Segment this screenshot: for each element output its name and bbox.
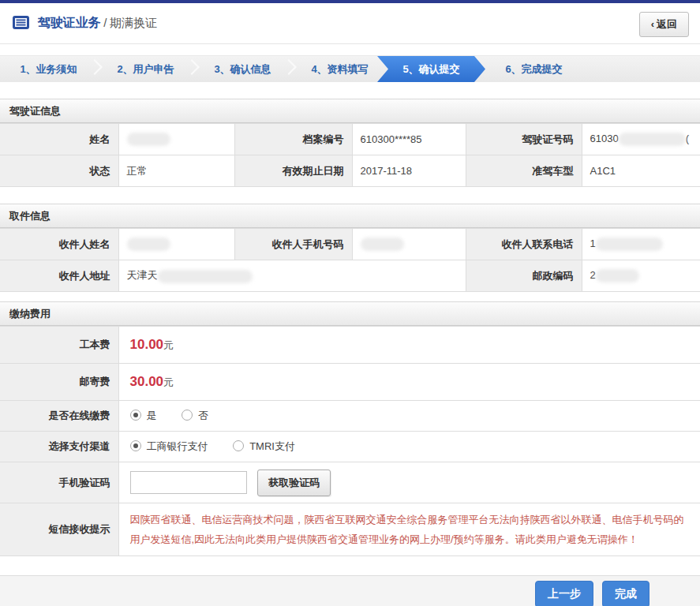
license-info-table: 姓名 档案编号 610300****85 驾驶证号码 61030( 状态 正常 … <box>0 123 700 187</box>
sms-notice-text: 因陕西省联通、电信运营商技术问题，陕西省互联网交通安全综合服务管理平台无法向持陕… <box>118 503 700 556</box>
redacted-value <box>596 269 639 282</box>
recipient-address-label: 收件人地址 <box>0 260 118 292</box>
file-number-value: 610300****85 <box>352 124 466 155</box>
radio-channel-tmri-label[interactable]: TMRI支付 <box>249 440 295 452</box>
cost-fee-amount: 10.00 <box>130 337 164 352</box>
postal-code-value: 2 <box>582 260 700 292</box>
document-list-icon <box>13 16 29 32</box>
breadcrumb-current: 期满换证 <box>110 16 157 29</box>
page-header: 驾驶证业务 / 期满换证 ‹返回 <box>0 3 700 44</box>
postal-code-prefix: 2 <box>590 269 596 281</box>
pay-channel-options: 工商银行支付 TMRI支付 <box>118 432 700 462</box>
previous-step-button[interactable]: 上一步 <box>535 581 593 606</box>
license-info-section: 驾驶证信息 姓名 档案编号 610300****85 驾驶证号码 61030( … <box>0 99 700 187</box>
redacted-value <box>596 238 663 251</box>
page-title: 驾驶证业务 <box>38 16 101 29</box>
license-section-title: 驾驶证信息 <box>0 99 700 123</box>
postage-fee-value: 30.00元 <box>118 364 700 401</box>
redacted-value <box>127 133 170 146</box>
name-label: 姓名 <box>0 124 118 155</box>
step-bar-filler <box>582 56 700 82</box>
postage-fee-label: 邮寄费 <box>0 364 118 401</box>
step-4-label: 4、资料填写 <box>311 63 368 75</box>
fees-section-title: 缴纳费用 <box>0 302 700 326</box>
step-wizard: 1、业务须知 2、用户申告 3、确认信息 4、资料填写 5、确认提交 6、完成提… <box>0 55 700 82</box>
step-6-label: 6、完成提交 <box>505 63 562 75</box>
license-number-value: 61030( <box>582 124 700 155</box>
back-arrow-icon: ‹ <box>651 18 654 30</box>
sms-code-label: 手机验证码 <box>0 462 118 503</box>
table-row: 收件人地址 天津天 邮政编码 2 <box>0 260 700 292</box>
radio-channel-icbc[interactable] <box>130 440 141 451</box>
recipient-mobile-label: 收件人手机号码 <box>234 229 352 260</box>
step-5-confirm-submit-active[interactable]: 5、确认提交 <box>377 56 485 82</box>
breadcrumb-separator: / <box>103 16 107 29</box>
sms-code-field: 获取验证码 <box>118 462 700 503</box>
redacted-value <box>361 238 404 251</box>
recipient-phone-prefix: 1 <box>590 238 596 249</box>
step-2-declaration[interactable]: 2、用户申告 <box>97 56 194 82</box>
postal-code-label: 邮政编码 <box>466 260 582 292</box>
radio-online-no[interactable] <box>182 410 193 421</box>
cost-fee-unit: 元 <box>163 339 174 351</box>
table-row: 收件人姓名 收件人手机号码 收件人联系电话 1 <box>0 229 700 260</box>
sms-notice-label: 短信接收提示 <box>0 503 118 556</box>
back-button[interactable]: ‹返回 <box>639 12 689 37</box>
recipient-phone-value: 1 <box>582 229 700 260</box>
cost-fee-label: 工本费 <box>0 327 118 364</box>
fees-section: 缴纳费用 工本费 10.00元 邮寄费 30.00元 是否在线缴费 是 否 选择… <box>0 301 700 556</box>
radio-online-yes[interactable] <box>130 410 141 421</box>
get-code-button[interactable]: 获取验证码 <box>257 469 331 496</box>
postage-fee-amount: 30.00 <box>130 374 164 389</box>
table-row: 选择支付渠道 工商银行支付 TMRI支付 <box>0 432 700 462</box>
file-number-label: 档案编号 <box>234 124 352 155</box>
table-row: 状态 正常 有效期止日期 2017-11-18 准驾车型 A1C1 <box>0 155 700 187</box>
pickup-section-title: 取件信息 <box>0 204 700 228</box>
recipient-name-value <box>118 229 234 260</box>
step-5-label: 5、确认提交 <box>402 63 459 75</box>
pay-channel-label: 选择支付渠道 <box>0 432 118 462</box>
step-3-confirm-info[interactable]: 3、确认信息 <box>194 56 291 82</box>
radio-channel-icbc-label[interactable]: 工商银行支付 <box>147 440 208 452</box>
table-row: 短信接收提示 因陕西省联通、电信运营商技术问题，陕西省互联网交通安全综合服务管理… <box>0 503 700 556</box>
table-row: 工本费 10.00元 <box>0 327 700 364</box>
status-label: 状态 <box>0 155 118 187</box>
pickup-info-section: 取件信息 收件人姓名 收件人手机号码 收件人联系电话 1 收件人地址 天津天 邮… <box>0 204 700 292</box>
step-2-label: 2、用户申告 <box>117 63 174 75</box>
table-row: 姓名 档案编号 610300****85 驾驶证号码 61030( <box>0 124 700 155</box>
recipient-phone-label: 收件人联系电话 <box>466 229 582 260</box>
online-pay-options: 是 否 <box>118 401 700 432</box>
table-row: 手机验证码 获取验证码 <box>0 462 700 503</box>
step-4-fill-data[interactable]: 4、资料填写 <box>291 56 388 82</box>
step-3-label: 3、确认信息 <box>214 63 271 75</box>
table-row: 邮寄费 30.00元 <box>0 364 700 401</box>
radio-channel-tmri[interactable] <box>233 440 244 451</box>
vehicle-class-value: A1C1 <box>582 155 700 187</box>
pickup-info-table: 收件人姓名 收件人手机号码 收件人联系电话 1 收件人地址 天津天 邮政编码 2 <box>0 228 700 292</box>
expiry-date-value: 2017-11-18 <box>352 155 466 187</box>
redacted-value <box>619 133 686 146</box>
step-1-label: 1、业务须知 <box>20 63 77 75</box>
sms-code-input[interactable] <box>130 471 247 494</box>
radio-online-no-label[interactable]: 否 <box>198 410 208 421</box>
recipient-address-prefix: 天津天 <box>127 269 158 281</box>
fees-table: 工本费 10.00元 邮寄费 30.00元 是否在线缴费 是 否 选择支付渠道 … <box>0 326 700 556</box>
status-value: 正常 <box>118 155 234 187</box>
back-button-label: 返回 <box>657 18 677 30</box>
step-1-notice[interactable]: 1、业务须知 <box>0 56 97 82</box>
license-number-label: 驾驶证号码 <box>466 124 582 155</box>
radio-online-yes-label[interactable]: 是 <box>147 410 157 421</box>
cost-fee-value: 10.00元 <box>118 327 700 364</box>
name-value <box>118 124 234 155</box>
postage-fee-unit: 元 <box>163 376 174 388</box>
expiry-date-label: 有效期止日期 <box>234 155 352 187</box>
vehicle-class-label: 准驾车型 <box>466 155 582 187</box>
recipient-name-label: 收件人姓名 <box>0 229 118 260</box>
recipient-address-value: 天津天 <box>118 260 466 292</box>
license-number-prefix: 61030 <box>590 133 619 144</box>
table-row: 是否在线缴费 是 否 <box>0 401 700 432</box>
redacted-value <box>158 270 253 283</box>
step-6-complete-submit[interactable]: 6、完成提交 <box>485 56 582 82</box>
finish-button[interactable]: 完成 <box>602 581 649 606</box>
online-pay-label: 是否在线缴费 <box>0 401 118 432</box>
